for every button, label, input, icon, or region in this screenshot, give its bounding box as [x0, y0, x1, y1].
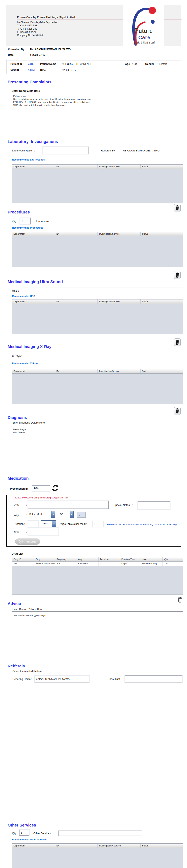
drug-list-row[interactable]: 229 FERRIC AMMONIU HS After Meal 1 Day/s…	[12, 562, 183, 566]
total-input[interactable]	[28, 528, 58, 535]
patient-age-value: : 44	[132, 63, 137, 65]
procedures-grid-header: Department ID Investigation/Service Stat…	[12, 232, 183, 236]
delete-uss-button[interactable]	[174, 338, 181, 346]
refresh-prescription-button[interactable]	[52, 485, 59, 492]
procedures-input[interactable]	[57, 219, 183, 224]
recommended-uss-label: Recommended USS	[12, 295, 35, 298]
other-qty-label: Qty :	[12, 832, 17, 835]
other-qty-input[interactable]	[19, 830, 29, 836]
section-heading-medication: Medication	[8, 476, 29, 481]
procedures-qty-input[interactable]	[20, 218, 31, 224]
advice-textarea[interactable]: To follow up with the gynecologist	[12, 612, 183, 651]
way-frequency-select[interactable]: OD ▼	[59, 511, 74, 518]
col-header-drug[interactable]: Drug	[34, 557, 55, 561]
col-header-investigation[interactable]: Investigation/Service	[98, 300, 141, 304]
duration-label: Duration :	[14, 522, 25, 525]
special-notes-input[interactable]	[138, 501, 170, 509]
col-header-id[interactable]: ID	[55, 232, 98, 236]
uss-grid[interactable]: Department ID Investigation/Service Stat…	[12, 299, 183, 334]
delete-advice-button[interactable]	[177, 596, 183, 604]
complaints-textarea[interactable]: Patient seen She reports improvement in …	[12, 94, 183, 133]
uss-input[interactable]	[22, 287, 183, 293]
procedures-grid[interactable]: Department ID Investigation/Service Stat…	[12, 231, 183, 267]
col-header-investigation[interactable]: Investigation/Service	[98, 164, 141, 169]
col-header-status[interactable]: Status	[141, 232, 183, 236]
drug-label: Drug	[14, 503, 19, 506]
drug-row-duration-type: Day/s	[120, 562, 140, 566]
section-heading-diagnosis: Diagnosis	[8, 415, 27, 420]
way-colon: :	[26, 514, 27, 517]
per-meal-input[interactable]	[93, 521, 104, 527]
consultant-input[interactable]	[125, 676, 182, 683]
col-header-id[interactable]: ID	[55, 844, 98, 848]
patient-age-label: Age	[125, 63, 130, 65]
patient-id-value: 7416	[28, 63, 34, 65]
procedures-label: Procedures :	[36, 220, 51, 223]
recommended-procedures-label: Recommended Procedures	[12, 226, 43, 229]
col-header-drug-id[interactable]: Drug ID	[12, 557, 34, 561]
recommended-xray-label: Recommended X-Rays	[12, 362, 38, 365]
col-header-investigation[interactable]: Investigation / Service	[98, 844, 141, 848]
company-logo: Future Care ♥ Body Mind Soul	[123, 2, 164, 46]
col-header-status[interactable]: Status	[141, 369, 183, 373]
section-heading-xray: Medical Imaging X-Ray	[8, 344, 51, 349]
other-services-input[interactable]	[58, 831, 142, 836]
col-header-department[interactable]: Department	[12, 300, 55, 304]
delete-procedures-button[interactable]	[174, 271, 181, 279]
col-header-investigation[interactable]: Investigation/Service	[98, 232, 141, 236]
diagnosis-label: Enter Diagnosis Details Here	[12, 421, 45, 424]
col-header-department[interactable]: Department	[12, 369, 55, 373]
col-header-duration[interactable]: Duration	[99, 557, 120, 561]
col-header-investigation[interactable]: Investigation/Service	[98, 369, 141, 373]
section-heading-advice: Advice	[8, 601, 21, 606]
drug-row-name: FERRIC AMMONIU	[34, 562, 55, 566]
refferal-list-box[interactable]	[12, 685, 183, 792]
drug-row-qty: 1.0	[163, 562, 183, 566]
duration-unit-select[interactable]: Day/s ▼	[41, 520, 56, 527]
logo-tagline: Body Mind Soul	[134, 41, 155, 44]
patient-gender-label: Gender	[145, 63, 154, 65]
delete-xray-button[interactable]	[174, 407, 181, 415]
col-header-duration-type[interactable]: Duration Type	[120, 557, 140, 561]
other-services-grid[interactable]: Department ID Investigation / Service St…	[12, 843, 183, 868]
way-meal-value: Before Meal	[28, 512, 51, 518]
plus-icon: +	[19, 540, 23, 544]
prescription-id-input[interactable]	[32, 485, 50, 491]
add-drug-button[interactable]: + Add Drug	[15, 538, 40, 545]
col-header-department[interactable]: Department	[12, 232, 55, 236]
trash-icon	[175, 340, 180, 345]
col-header-id[interactable]: ID	[55, 369, 98, 373]
drug-suggestion-note: Please select the Drug from Drug suggess…	[14, 496, 68, 499]
delete-lab-button[interactable]	[174, 204, 181, 212]
col-header-id[interactable]: ID	[55, 164, 98, 169]
col-header-qty[interactable]: Qty	[163, 557, 183, 561]
lab-testings-grid[interactable]: Department ID Investigation/Service Stat…	[12, 164, 183, 203]
logo-word-future: Future	[135, 27, 153, 34]
prescription-id-label: Prescription ID :	[10, 487, 30, 490]
lab-investigation-input[interactable]	[43, 147, 88, 154]
col-header-department[interactable]: Department	[12, 844, 55, 848]
visit-date-value: : 2024-07-17	[62, 69, 76, 71]
drug-input[interactable]	[28, 501, 109, 509]
drug-list-grid[interactable]: Drug ID Drug Fequency Way Duration Durat…	[12, 557, 183, 594]
col-header-status[interactable]: Status	[141, 164, 183, 169]
col-header-frequency[interactable]: Fequency	[55, 557, 76, 561]
col-header-note[interactable]: Note	[140, 557, 163, 561]
duration-input[interactable]	[28, 521, 38, 527]
way-meal-select[interactable]: Before Meal ▼	[28, 511, 55, 518]
consultant-label: Consultant	[108, 678, 120, 681]
decimal-note: Please add as decimal numbers when addin…	[107, 523, 181, 526]
referred-by-label: Reffered By :	[101, 149, 116, 152]
visit-date-label: Date	[40, 69, 46, 71]
col-header-status[interactable]: Status	[141, 844, 183, 848]
reffering-doctor-input[interactable]	[35, 676, 89, 683]
col-header-department[interactable]: Department	[12, 164, 55, 169]
way-qty-input[interactable]	[77, 512, 86, 518]
col-header-id[interactable]: ID	[55, 300, 98, 304]
col-header-way[interactable]: Way	[76, 557, 99, 561]
diagnosis-textarea[interactable]: Menorrhagia Mild Anemia	[12, 425, 183, 469]
complaints-label: Enter Complaints Here	[12, 89, 40, 92]
xray-grid[interactable]: Department ID Investigation/Service Stat…	[12, 369, 183, 404]
col-header-status[interactable]: Status	[141, 300, 183, 304]
xray-input[interactable]	[25, 352, 183, 360]
